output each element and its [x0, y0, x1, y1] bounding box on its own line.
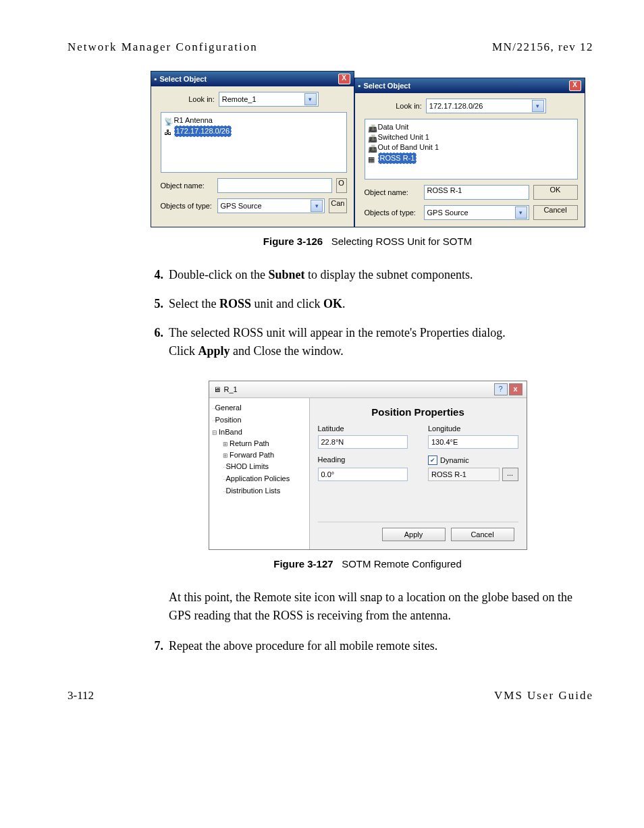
- footer-guide-title: VMS User Guide: [494, 689, 593, 702]
- tree-item-label: Data Unit: [378, 122, 409, 132]
- tree-item[interactable]: 📠 Switched Unit 1: [368, 132, 574, 142]
- objects-of-type-dropdown[interactable]: GPS Source ▾: [424, 205, 529, 220]
- dialog2-title: Select Object: [363, 82, 410, 90]
- lookin-dropdown[interactable]: 172.17.128.0/26 ▾: [426, 99, 546, 113]
- nav-position[interactable]: Position: [212, 414, 306, 426]
- latitude-input[interactable]: 22.8°N: [318, 435, 408, 449]
- dialog2-titlebar: ▪ Select Object X: [355, 78, 585, 93]
- ok-button[interactable]: OK: [533, 185, 578, 200]
- ross-field: ROSS R-1: [428, 468, 500, 481]
- device-icon: 📠: [368, 144, 376, 152]
- tree-item[interactable]: ▦ ROSS R-1: [368, 153, 574, 164]
- heading-label: Heading: [318, 456, 408, 465]
- dialog1-titlebar: ▪ Select Object X: [151, 72, 354, 86]
- subnet-icon: 🖧: [164, 128, 172, 136]
- help-icon[interactable]: ?: [494, 383, 508, 395]
- nav-application-policies[interactable]: Application Policies: [223, 473, 306, 485]
- close-icon[interactable]: X: [338, 74, 350, 84]
- close-icon[interactable]: x: [509, 383, 522, 395]
- apply-button[interactable]: Apply: [382, 528, 446, 541]
- lookin-value: Remote_1: [222, 95, 257, 103]
- lookin-value: 172.17.128.0/26: [429, 102, 483, 110]
- chevron-down-icon[interactable]: ▾: [515, 206, 527, 219]
- object-name-label: Object name:: [365, 188, 420, 196]
- object-name-label: Object name:: [161, 182, 213, 190]
- figure-126-caption: Figure 3-126 Selecting ROSS Unit for SOT…: [149, 236, 587, 247]
- lookin-label: Look in:: [396, 102, 422, 110]
- props-title-text: R_1: [224, 385, 238, 393]
- body-paragraph: At this point, the Remote site icon will…: [169, 588, 587, 625]
- tree-item-label: R1 Antenna: [174, 115, 213, 126]
- step-number: 7.: [149, 637, 163, 655]
- dynamic-label: Dynamic: [440, 456, 469, 464]
- step-6: 6. The selected ROSS unit will appear in…: [149, 324, 587, 360]
- nav-shod-limits[interactable]: SHOD Limits: [223, 461, 306, 473]
- nav-return-path[interactable]: Return Path: [223, 438, 306, 449]
- props-titlebar: 🖥 R_1 ? x: [209, 381, 527, 398]
- step-number: 4.: [149, 266, 163, 284]
- figure-127-caption: Figure 3-127 SOTM Remote Configured: [149, 558, 587, 570]
- step-number: 5.: [149, 295, 163, 313]
- device-icon: 📠: [368, 134, 376, 142]
- step-number: 6.: [149, 324, 163, 360]
- cancel-button[interactable]: Cancel: [533, 205, 578, 220]
- tree-item[interactable]: 📠 Data Unit: [368, 122, 574, 132]
- heading-input[interactable]: 0.0°: [318, 468, 408, 481]
- objects-of-type-dropdown[interactable]: GPS Source ▾: [217, 198, 325, 213]
- step-4: 4. Double-click on the Subnet to display…: [149, 266, 587, 284]
- object-name-input[interactable]: ROSS R-1: [424, 185, 529, 200]
- tree-item-label: 172.17.128.0/26: [174, 126, 232, 137]
- ok-button[interactable]: O: [336, 178, 347, 193]
- select-object-dialog-1: ▪ Select Object X Look in: Remote_1 ▾: [151, 71, 354, 227]
- tree-item[interactable]: 📡 R1 Antenna: [164, 115, 344, 126]
- nav-general[interactable]: General: [212, 402, 306, 414]
- browse-button[interactable]: ...: [502, 468, 518, 481]
- longitude-input[interactable]: 130.4°E: [428, 435, 518, 449]
- window-icon: 🖥: [213, 385, 221, 393]
- tree-item[interactable]: 📠 Out of Band Unit 1: [368, 142, 574, 153]
- longitude-label: Longitude: [428, 424, 518, 433]
- device-icon: 📠: [368, 123, 376, 132]
- objects-of-type-label: Objects of type:: [365, 209, 420, 217]
- header-right: MN/22156, rev 12: [492, 40, 593, 54]
- position-properties-dialog: 🖥 R_1 ? x General Position InBand Return…: [209, 381, 527, 550]
- tree-area[interactable]: 📡 R1 Antenna 🖧 172.17.128.0/26: [161, 112, 347, 173]
- footer-page-number: 3-112: [68, 689, 94, 702]
- checkbox-checked-icon[interactable]: ✔: [428, 456, 437, 465]
- figure-126: ▪ Select Object X Look in: Remote_1 ▾: [149, 71, 587, 227]
- tree-item-label: Out of Band Unit 1: [378, 142, 439, 153]
- props-heading: Position Properties: [318, 406, 518, 418]
- window-icon: ▪: [155, 75, 157, 83]
- cancel-button[interactable]: Can: [329, 198, 346, 213]
- dynamic-checkbox-row[interactable]: ✔ Dynamic: [428, 456, 518, 465]
- objects-of-type-value: GPS Source: [427, 209, 468, 217]
- object-name-input[interactable]: [217, 178, 332, 193]
- tree-item[interactable]: 🖧 172.17.128.0/26: [164, 126, 344, 137]
- header-left: Network Manager Configuration: [68, 40, 258, 54]
- nav-distribution-lists[interactable]: Distribution Lists: [223, 485, 306, 497]
- cancel-button[interactable]: Cancel: [451, 528, 514, 541]
- tree-item-label: Switched Unit 1: [378, 132, 429, 142]
- lookin-label: Look in:: [188, 95, 215, 103]
- chevron-down-icon[interactable]: ▾: [532, 100, 544, 112]
- tree-item-label: ROSS R-1: [378, 153, 417, 164]
- latitude-label: Latitude: [318, 424, 408, 433]
- antenna-icon: 📡: [164, 117, 172, 125]
- nav-forward-path[interactable]: Forward Path: [223, 449, 306, 461]
- nav-inband[interactable]: InBand: [212, 426, 306, 438]
- steps-list: 4. Double-click on the Subnet to display…: [149, 266, 587, 360]
- window-icon: ▪: [358, 82, 361, 90]
- objects-of-type-value: GPS Source: [221, 202, 262, 210]
- dialog1-title: Select Object: [159, 75, 207, 83]
- close-icon[interactable]: X: [569, 80, 581, 91]
- chevron-down-icon[interactable]: ▾: [304, 93, 317, 105]
- properties-nav-tree[interactable]: General Position InBand Return Path Forw…: [209, 398, 310, 549]
- ross-icon: ▦: [368, 155, 376, 163]
- lookin-dropdown[interactable]: Remote_1 ▾: [219, 92, 319, 107]
- objects-of-type-label: Objects of type:: [161, 202, 213, 210]
- steps-list-2: 7. Repeat the above procedure for all mo…: [149, 637, 587, 655]
- step-5: 5. Select the ROSS unit and click OK.: [149, 295, 587, 313]
- tree-area[interactable]: 📠 Data Unit 📠 Switched Unit 1 📠 Out of B…: [365, 119, 578, 180]
- step-7: 7. Repeat the above procedure for all mo…: [149, 637, 587, 655]
- chevron-down-icon[interactable]: ▾: [311, 200, 323, 212]
